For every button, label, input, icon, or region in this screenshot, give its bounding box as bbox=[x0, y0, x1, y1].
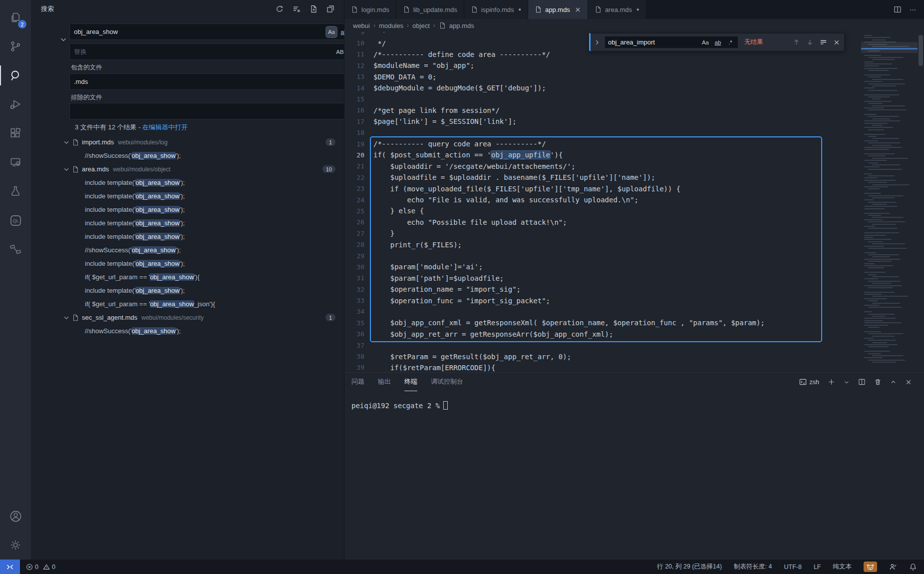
code-editor[interactable]: 9 *10 */11/*---------- define code area … bbox=[344, 32, 924, 372]
search-match-row[interactable]: //showSuccess('obj_area_show'); bbox=[31, 149, 344, 162]
code-line-25[interactable]: 25 } else { bbox=[344, 205, 859, 216]
code-line-23[interactable]: 23 if (move_uploaded_file($_FILES['upfil… bbox=[344, 183, 859, 194]
search-result-file-row[interactable]: area.mdswebui/modules/object10 bbox=[31, 162, 344, 176]
refresh-icon[interactable] bbox=[274, 3, 285, 14]
search-result-file-row[interactable]: import.mdswebui/modules/log1 bbox=[31, 135, 344, 149]
files-to-exclude-input[interactable] bbox=[70, 107, 351, 115]
code-line-33[interactable]: 33 $operation_func = "import_sig_packet"… bbox=[344, 295, 859, 306]
panel-tab-终端[interactable]: 终端 bbox=[404, 373, 417, 391]
find-close-icon[interactable] bbox=[833, 39, 840, 46]
remote-explorer-icon[interactable] bbox=[0, 148, 31, 177]
cursor-position-status[interactable]: 行 20, 列 29 (已选择14) bbox=[657, 563, 722, 571]
code-line-26[interactable]: 26 echo "Possible file upload attack!\n"… bbox=[344, 217, 859, 228]
kill-terminal-trash-icon[interactable] bbox=[874, 378, 882, 386]
files-to-include-input[interactable] bbox=[70, 78, 351, 85]
ai-assistant-icon[interactable] bbox=[864, 562, 877, 572]
code-line-16[interactable]: 16/*get page link from session*/ bbox=[344, 105, 859, 116]
chevron-down-icon[interactable] bbox=[63, 314, 72, 321]
open-in-editor-link[interactable]: 在编辑器中打开 bbox=[142, 123, 188, 131]
tab-lib_update.mds[interactable]: lib_update.mds bbox=[396, 0, 464, 19]
problems-status[interactable]: 0 0 bbox=[26, 564, 55, 571]
find-previous-arrow-icon[interactable] bbox=[793, 38, 800, 46]
remote-indicator[interactable] bbox=[0, 560, 20, 574]
terminal-profile-chevron-icon[interactable] bbox=[844, 379, 850, 385]
tab-app.mds[interactable]: app.mds bbox=[528, 0, 588, 19]
clear-search-results-icon[interactable] bbox=[291, 3, 302, 14]
search-match-row[interactable]: //showSuccess('obj_area_show'); bbox=[31, 243, 344, 257]
panel-tab-输出[interactable]: 输出 bbox=[378, 373, 391, 391]
encoding-status[interactable]: UTF-8 bbox=[784, 564, 801, 571]
breadcrumb-item[interactable]: object bbox=[412, 22, 430, 29]
tab-login.mds[interactable]: login.mds bbox=[344, 0, 396, 19]
code-line-28[interactable]: 28 print_r($_FILES); bbox=[344, 239, 859, 250]
pipelines-icon[interactable] bbox=[0, 235, 31, 264]
source-control-icon[interactable] bbox=[0, 32, 31, 61]
search-match-row[interactable]: include template('obj_area_show'); bbox=[31, 176, 344, 189]
split-editor-icon[interactable] bbox=[894, 5, 902, 13]
search-match-row[interactable]: include template('obj_area_show'); bbox=[31, 203, 344, 216]
search-match-row[interactable]: include template('obj_area_show'); bbox=[31, 230, 344, 243]
code-line-37[interactable]: 37 bbox=[344, 340, 859, 351]
maximize-panel-chevron-icon[interactable] bbox=[890, 379, 897, 385]
code-line-38[interactable]: 38 $retParam = getResult($obj_app_ret_ar… bbox=[344, 351, 859, 362]
account-icon[interactable] bbox=[0, 502, 31, 531]
code-line-39[interactable]: 39 if($retParam[ERRORCODE]){ bbox=[344, 362, 859, 372]
language-mode-status[interactable]: 纯文本 bbox=[833, 563, 852, 571]
close-panel-icon[interactable] bbox=[905, 379, 912, 386]
tab-area.mds[interactable]: area.mds● bbox=[588, 0, 646, 19]
run-and-debug-icon[interactable] bbox=[0, 90, 31, 119]
preserve-case-toggle[interactable]: AB bbox=[334, 46, 345, 57]
new-search-editor-icon[interactable] bbox=[308, 3, 319, 14]
chevron-down-icon[interactable] bbox=[63, 166, 72, 173]
search-match-row[interactable]: include template('obj_area_show'); bbox=[31, 189, 344, 203]
breadcrumb-item[interactable]: modules bbox=[379, 22, 403, 29]
extensions-icon[interactable] bbox=[0, 119, 31, 148]
minimap[interactable] bbox=[861, 32, 918, 372]
code-line-20[interactable]: 20if( $post_submit_action == 'obj_app_up… bbox=[344, 149, 859, 160]
find-in-selection-icon[interactable] bbox=[820, 38, 827, 46]
search-match-row[interactable]: //showSuccess('obj_area_show'); bbox=[31, 324, 344, 338]
code-line-15[interactable]: 15 bbox=[344, 93, 859, 104]
open-results-in-editor-icon[interactable] bbox=[325, 3, 336, 14]
panel-tab-调试控制台[interactable]: 调试控制台 bbox=[431, 373, 463, 391]
search-match-row[interactable]: include template('obj_area_show'); bbox=[31, 284, 344, 297]
code-line-35[interactable]: 35 $obj_app_conf_xml = getResponseXml( $… bbox=[344, 317, 859, 328]
code-line-29[interactable]: 29 bbox=[344, 250, 859, 261]
code-line-14[interactable]: 14$debugModule = debugMode($_GET['debug'… bbox=[344, 82, 859, 93]
code-line-34[interactable]: 34 bbox=[344, 306, 859, 317]
tab-size-status[interactable]: 制表符长度: 4 bbox=[734, 563, 772, 571]
minimap-viewport[interactable] bbox=[861, 42, 918, 53]
code-line-24[interactable]: 24 echo "File is valid, and was successf… bbox=[344, 194, 859, 205]
toggle-replace-chevron-icon[interactable] bbox=[59, 35, 67, 43]
split-terminal-icon[interactable] bbox=[858, 378, 866, 386]
search-input[interactable] bbox=[70, 28, 326, 35]
find-whole-word-toggle[interactable]: ab bbox=[712, 37, 723, 48]
more-actions-icon[interactable]: ⋯ bbox=[910, 6, 916, 13]
find-widget-expand-chevron-icon[interactable] bbox=[594, 39, 601, 46]
code-line-17[interactable]: 17$page['link'] = $_SESSION['link']; bbox=[344, 116, 859, 127]
find-next-arrow-icon[interactable] bbox=[806, 38, 814, 46]
eol-status[interactable]: LF bbox=[814, 564, 821, 571]
code-line-19[interactable]: 19/*---------- query code area ---------… bbox=[344, 138, 859, 149]
terminal-shell-chip[interactable]: zsh bbox=[799, 378, 819, 386]
match-case-toggle[interactable]: Aa bbox=[326, 26, 337, 37]
notifications-bell-icon[interactable] bbox=[909, 563, 917, 571]
code-line-27[interactable]: 27 } bbox=[344, 228, 859, 239]
code-line-13[interactable]: 13$DEMO_DATA = 0; bbox=[344, 71, 859, 82]
feedback-person-icon[interactable] bbox=[889, 563, 897, 571]
codeql-icon[interactable]: QL bbox=[0, 206, 31, 235]
search-icon-activity[interactable] bbox=[0, 61, 31, 90]
explorer-icon[interactable]: 2 bbox=[0, 3, 31, 32]
panel-tab-问题[interactable]: 问题 bbox=[351, 373, 364, 391]
settings-gear-icon[interactable] bbox=[0, 531, 31, 560]
new-terminal-plus-icon[interactable] bbox=[828, 378, 835, 386]
search-match-row[interactable]: if( $get_url_param == 'obj_area_show'){ bbox=[31, 270, 344, 284]
code-line-21[interactable]: 21 $uploaddir = '/secgate/webui/attachem… bbox=[344, 161, 859, 172]
search-match-row[interactable]: include template('obj_area_show'); bbox=[31, 216, 344, 230]
search-match-row[interactable]: include template('obj_area_show'); bbox=[31, 257, 344, 270]
editor-scrollbar[interactable] bbox=[918, 32, 924, 372]
chevron-down-icon[interactable] bbox=[63, 139, 72, 146]
tab-close-icon[interactable] bbox=[575, 6, 581, 13]
find-input[interactable] bbox=[605, 38, 700, 46]
terminal-content[interactable]: peiqi@192 secgate 2 % bbox=[351, 401, 448, 410]
